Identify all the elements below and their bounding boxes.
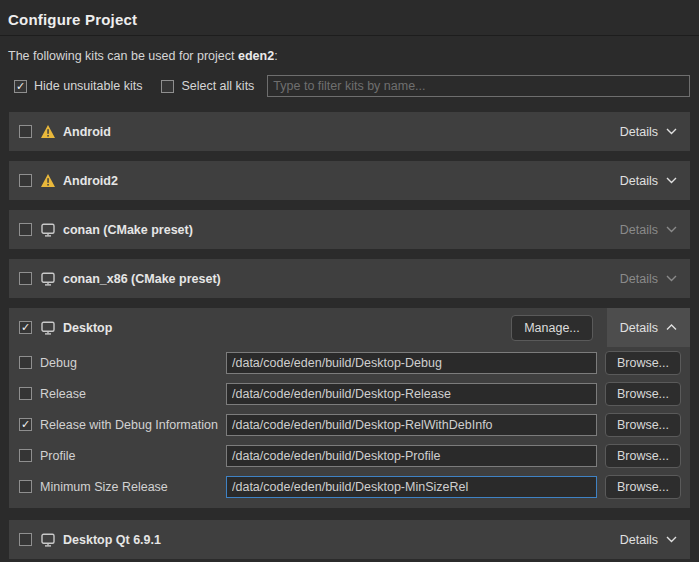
kit-checkbox[interactable] — [19, 223, 32, 236]
config-label: Profile — [40, 449, 226, 463]
desktop-icon — [41, 321, 55, 335]
chevron-up-icon — [666, 324, 677, 331]
details-label: Details — [620, 272, 658, 286]
build-config-row-debug: Debug Browse... — [9, 347, 690, 378]
details-button[interactable]: Details — [620, 125, 690, 139]
kit-checkbox[interactable] — [19, 272, 32, 285]
build-dir-input[interactable] — [226, 476, 597, 498]
details-label: Details — [620, 125, 658, 139]
browse-button[interactable]: Browse... — [605, 351, 681, 375]
configure-project-panel: Configure Project The following kits can… — [0, 0, 699, 562]
build-dir-input[interactable] — [226, 414, 597, 436]
desktop-icon — [41, 533, 55, 547]
kit-name: Desktop — [63, 321, 112, 335]
kit-row-conan-x86[interactable]: conan_x86 (CMake preset) Details — [9, 259, 690, 298]
page-title: Configure Project — [0, 11, 699, 28]
details-button[interactable]: Details — [607, 308, 690, 347]
chevron-down-icon — [666, 536, 677, 543]
kit-name: Android2 — [63, 174, 118, 188]
build-dir-input[interactable] — [226, 352, 597, 374]
kit-controls-row: Hide unsuitable kits Select all kits — [14, 75, 690, 97]
chevron-down-icon — [666, 128, 677, 135]
warning-icon — [41, 125, 55, 138]
warning-icon — [41, 174, 55, 187]
hide-unsuitable-kits-label: Hide unsuitable kits — [34, 79, 142, 93]
build-config-row-profile: Profile Browse... — [9, 440, 690, 471]
kits-info-text: The following kits can be used for proje… — [8, 49, 691, 63]
kit-name: conan (CMake preset) — [63, 223, 193, 237]
config-checkbox[interactable] — [19, 449, 32, 462]
kit-name: Desktop Qt 6.9.1 — [63, 533, 161, 547]
info-suffix: : — [274, 49, 277, 63]
project-name: eden2 — [238, 49, 274, 63]
chevron-down-icon — [666, 177, 677, 184]
desktop-icon — [41, 272, 55, 286]
kit-row-android2[interactable]: Android2 Details — [9, 161, 690, 200]
build-config-row-minsizerel: Minimum Size Release Browse... — [9, 471, 690, 502]
details-button[interactable]: Details — [620, 174, 690, 188]
checkbox-icon[interactable] — [14, 80, 27, 93]
desktop-icon — [41, 223, 55, 237]
title-bar: Configure Project — [0, 0, 699, 36]
kit-name: conan_x86 (CMake preset) — [63, 272, 221, 286]
manage-button[interactable]: Manage... — [511, 315, 593, 341]
kit-checkbox[interactable] — [19, 321, 32, 334]
chevron-down-icon — [666, 275, 677, 282]
details-button[interactable]: Details — [620, 223, 690, 237]
config-checkbox[interactable] — [19, 418, 32, 431]
kit-row-conan[interactable]: conan (CMake preset) Details — [9, 210, 690, 249]
kit-list: Android Details Android2 Details c — [0, 112, 699, 559]
details-label: Details — [620, 223, 658, 237]
kit-name: Android — [63, 125, 111, 139]
build-dir-input[interactable] — [226, 383, 597, 405]
details-label: Details — [620, 174, 658, 188]
select-all-kits-label: Select all kits — [181, 79, 254, 93]
details-label: Details — [620, 533, 658, 547]
config-label: Release — [40, 387, 226, 401]
config-checkbox[interactable] — [19, 356, 32, 369]
kit-checkbox[interactable] — [19, 533, 32, 546]
browse-button[interactable]: Browse... — [605, 475, 681, 499]
config-checkbox[interactable] — [19, 480, 32, 493]
build-config-row-relwithdebinfo: Release with Debug Information Browse... — [9, 409, 690, 440]
details-label: Details — [620, 321, 658, 335]
config-label: Minimum Size Release — [40, 480, 226, 494]
kit-checkbox[interactable] — [19, 125, 32, 138]
details-button[interactable]: Details — [620, 533, 690, 547]
browse-button[interactable]: Browse... — [605, 382, 681, 406]
kit-filter-input[interactable] — [267, 75, 690, 97]
build-dir-input[interactable] — [226, 445, 597, 467]
kit-section-desktop: Desktop Manage... Details Debug Browse..… — [9, 308, 690, 508]
details-button[interactable]: Details — [620, 272, 690, 286]
select-all-kits-checkbox[interactable]: Select all kits — [161, 79, 254, 93]
config-label: Release with Debug Information — [40, 418, 226, 432]
kit-checkbox[interactable] — [19, 174, 32, 187]
kit-row-android[interactable]: Android Details — [9, 112, 690, 151]
kit-row-desktop-qt[interactable]: Desktop Qt 6.9.1 Details — [9, 520, 690, 559]
kit-row-desktop[interactable]: Desktop Manage... Details — [9, 308, 690, 347]
checkbox-icon[interactable] — [161, 80, 174, 93]
browse-button[interactable]: Browse... — [605, 413, 681, 437]
browse-button[interactable]: Browse... — [605, 444, 681, 468]
config-checkbox[interactable] — [19, 387, 32, 400]
build-config-row-release: Release Browse... — [9, 378, 690, 409]
hide-unsuitable-kits-checkbox[interactable]: Hide unsuitable kits — [14, 79, 142, 93]
info-prefix: The following kits can be used for proje… — [8, 49, 238, 63]
config-label: Debug — [40, 356, 226, 370]
chevron-down-icon — [666, 226, 677, 233]
